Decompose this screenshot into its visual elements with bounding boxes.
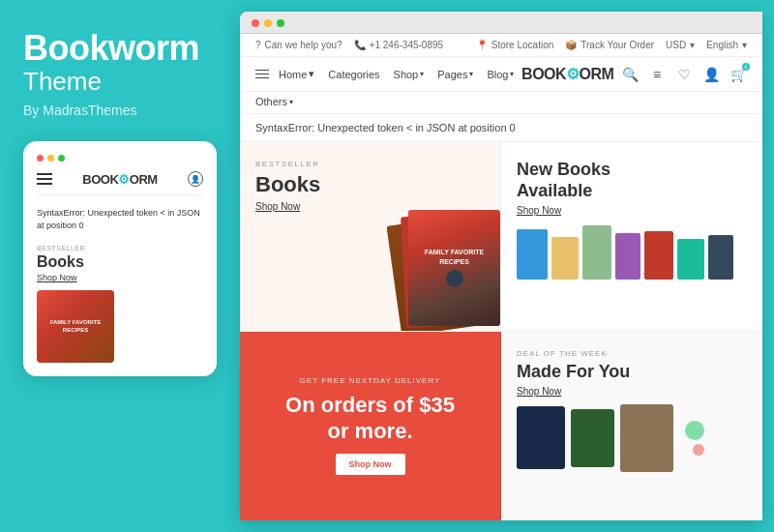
book-front-layer: FAMILY FAVORITE RECIPES <box>408 210 500 326</box>
new-books-title: New BooksAvailable <box>517 160 747 201</box>
left-panel: Bookworm Theme By MadrasThemes BOOK⚙ORM … <box>0 0 240 532</box>
mockup-book-title: FAMILY FAVORITE RECIPES <box>37 315 114 339</box>
browser-window: ? Can we help you? 📞 +1 246-345-0895 📍 S… <box>240 12 762 520</box>
delivery-shop-now-button[interactable]: Shop Now <box>336 454 405 475</box>
hamburger-icon[interactable] <box>255 70 269 79</box>
deal-shop-now[interactable]: Shop Now <box>517 386 747 397</box>
mockup-error-text: SyntaxError: Unexpected token < in JSON … <box>37 203 203 235</box>
nav-home[interactable]: Home ▾ <box>279 68 314 80</box>
nav-menu: Home ▾ Categories Shop Pages Blog <box>279 68 514 80</box>
delivery-main-text: On orders of $35 or more. <box>285 393 455 444</box>
book-thumb-5 <box>644 231 673 280</box>
book-thumb-3 <box>582 225 611 280</box>
error-bar: SyntaxError: Unexpected token < in JSON … <box>240 114 762 142</box>
nav-shop[interactable]: Shop <box>394 69 425 80</box>
mockup-user-icon[interactable]: 👤 <box>188 171 203 187</box>
site-wrapper: ? Can we help you? 📞 +1 246-345-0895 📍 S… <box>240 34 762 520</box>
book-thumb-2 <box>551 237 579 280</box>
phone-number: +1 246-345-0895 <box>370 40 443 50</box>
second-nav: Others <box>240 92 762 114</box>
track-icon: 📦 <box>565 40 577 50</box>
deal-books-row <box>517 404 747 472</box>
new-books-shop-now[interactable]: Shop Now <box>517 205 747 216</box>
deal-decor <box>685 421 704 456</box>
help-icon: ? <box>255 40 261 50</box>
brand-name: Bookworm Theme By MadrasThemes <box>23 29 217 118</box>
cart-badge-count: 0 <box>742 63 750 71</box>
mockup-hamburger-icon[interactable] <box>37 173 52 185</box>
currency-chevron-icon: ▾ <box>690 40 695 50</box>
book-thumb-6 <box>677 239 704 280</box>
language-item[interactable]: English ▾ <box>706 40 747 50</box>
deal-section: DEAL OF THE WEEK Made For You Shop Now <box>501 332 762 521</box>
location-icon: 📍 <box>476 40 488 50</box>
mockup-shop-now[interactable]: Shop Now <box>37 273 203 282</box>
browser-chrome <box>240 12 762 34</box>
deal-decor-circle <box>685 421 704 440</box>
main-nav: Home ▾ Categories Shop Pages Blog BOOK⚙O… <box>240 57 762 92</box>
deal-book-2 <box>571 409 614 467</box>
track-order-text: Track Your Order <box>580 40 654 50</box>
cart-item[interactable]: 🛒 0 <box>729 66 747 83</box>
bestseller-section: BESTSELLER Books Shop Now FAMILY FAVORIT… <box>240 142 501 332</box>
logo-worm-icon: ⚙ <box>566 66 580 82</box>
brand-subtitle: Theme <box>23 68 217 96</box>
mockup-books-title: Books <box>37 253 203 271</box>
top-bar: ? Can we help you? 📞 +1 246-345-0895 📍 S… <box>240 34 762 57</box>
error-text: SyntaxError: Unexpected token < in JSON … <box>255 122 516 133</box>
brand-title: Bookworm <box>23 29 217 68</box>
nav-blog[interactable]: Blog <box>487 69 514 80</box>
browser-dot-yellow[interactable] <box>264 19 272 27</box>
delivery-section: GET FREE NEXTDAY DELIVERY On orders of $… <box>240 332 501 521</box>
browser-dot-green[interactable] <box>277 19 284 27</box>
book-thumb-1 <box>517 229 548 280</box>
book-thumb-4 <box>615 233 640 280</box>
track-order-item[interactable]: 📦 Track Your Order <box>565 40 654 50</box>
mockup-logo-worm: ⚙ <box>118 172 130 187</box>
new-books-row <box>517 225 747 280</box>
new-books-section: New BooksAvailable Shop Now <box>501 142 762 332</box>
nav-categories[interactable]: Categories <box>328 69 379 80</box>
nav-pages[interactable]: Pages <box>437 69 473 80</box>
help-text: Can we help you? <box>265 40 342 50</box>
filter-icon[interactable]: ≡ <box>648 66 666 83</box>
account-icon[interactable]: 👤 <box>702 66 720 83</box>
mockup-logo: BOOK⚙ORM <box>82 172 157 187</box>
delivery-line1: On orders of $35 <box>285 393 455 417</box>
store-location-text: Store Location <box>491 40 554 50</box>
book-front-title: FAMILY FAVORITE RECIPES <box>416 248 492 267</box>
delivery-sub-label: GET FREE NEXTDAY DELIVERY <box>300 376 441 385</box>
browser-dots <box>252 19 751 27</box>
search-icon[interactable]: 🔍 <box>621 66 639 83</box>
nav-logo: BOOK⚙ORM <box>521 65 613 83</box>
language-chevron-icon: ▾ <box>742 40 747 50</box>
others-button[interactable]: Others <box>255 96 747 107</box>
deal-label: DEAL OF THE WEEK <box>517 349 747 358</box>
nav-icons: 🔍 ≡ ♡ 👤 🛒 0 <box>621 66 747 83</box>
deal-title: Made For You <box>517 362 747 382</box>
deal-decor-circle-small <box>693 444 704 456</box>
currency-item[interactable]: USD ▾ <box>666 40 695 50</box>
wishlist-icon[interactable]: ♡ <box>675 66 693 83</box>
currency-text: USD <box>666 40 686 50</box>
bestseller-title: Books <box>255 172 485 197</box>
dot-green <box>58 155 65 162</box>
dot-red <box>37 155 44 162</box>
language-text: English <box>706 40 738 50</box>
book-stack: FAMILY FAVORITE RECIPES <box>384 210 501 332</box>
bestseller-label: BESTSELLER <box>255 160 485 168</box>
top-bar-right: 📍 Store Location 📦 Track Your Order USD … <box>476 40 747 50</box>
phone-icon: 📞 <box>354 40 366 50</box>
mockup-bestseller-label: BESTSELLER <box>37 245 203 251</box>
nav-left: Home ▾ Categories Shop Pages Blog <box>255 68 514 80</box>
help-text-item: ? Can we help you? <box>255 40 342 50</box>
book-thumb-7 <box>708 235 733 280</box>
dot-yellow <box>47 155 54 162</box>
mobile-mockup: BOOK⚙ORM 👤 SyntaxError: Unexpected token… <box>23 141 217 376</box>
browser-dot-red[interactable] <box>252 19 259 27</box>
deal-book-1 <box>517 406 565 469</box>
home-chevron-icon: ▾ <box>309 68 314 80</box>
top-bar-left: ? Can we help you? 📞 +1 246-345-0895 <box>255 40 443 50</box>
book-cover-main: FAMILY FAVORITE RECIPES <box>384 210 501 332</box>
store-location-item[interactable]: 📍 Store Location <box>476 40 554 50</box>
